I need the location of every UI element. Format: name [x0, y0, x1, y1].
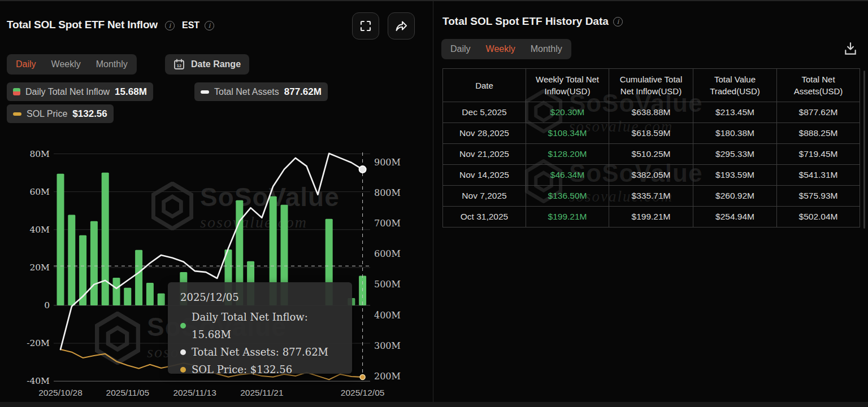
chart-tooltip: 2025/12/05 Daily Total Net Inflow: 15.68… — [168, 282, 352, 374]
cumulative-inflow-cell: $510.25M — [609, 144, 693, 165]
bottom-scrollbar-track[interactable] — [0, 402, 868, 407]
tooltip-series-dot — [180, 323, 186, 329]
table-row[interactable]: Nov 14,2025$46.34M$382.05M$193.59M$541.3… — [443, 165, 860, 186]
inflow-bar — [90, 221, 98, 305]
inflow-bar — [68, 215, 75, 305]
legend-label: SOL Price — [27, 109, 67, 119]
x-axis-tick: 2025/11/05 — [106, 388, 149, 397]
value-traded-cell: $254.94M — [693, 207, 777, 227]
table-row[interactable]: Oct 31,2025$199.21M$199.21M$254.94M$502.… — [443, 207, 860, 227]
table-header-row: DateWeekly Total Net Inflow(USD)Cumulati… — [443, 69, 860, 102]
right-axis-tick: 200M — [374, 371, 401, 382]
cumulative-inflow-cell: $618.59M — [609, 123, 693, 144]
tooltip-series-dot — [180, 367, 186, 373]
right-axis-tick: 300M — [374, 340, 401, 351]
tooltip-date: 2025/12/05 — [180, 291, 340, 303]
inflow-bar — [158, 294, 165, 305]
history-data-title: Total SOL Spot ETF History Data — [442, 15, 609, 28]
left-axis-tick: 60M — [29, 187, 50, 197]
net-assets-endpoint-dot — [359, 166, 366, 173]
tooltip-series-dot — [180, 349, 186, 355]
weekly-inflow-cell: $20.30M — [526, 102, 609, 123]
right-axis-tick: 700M — [374, 218, 401, 229]
left-panel: Total SOL Spot ETF Net Inflow i EST i Da… — [0, 0, 433, 407]
date-cell: Nov 21,2025 — [443, 144, 526, 165]
date-cell: Nov 28,2025 — [443, 123, 526, 144]
inflow-bar — [124, 288, 131, 305]
weekly-inflow-cell: $108.34M — [526, 123, 609, 144]
price-legend-icon — [13, 112, 21, 116]
share-button[interactable] — [388, 12, 415, 40]
tooltip-rows: Daily Total Net Inflow: 15.68MTotal Net … — [180, 308, 340, 378]
legend-value: 877.62M — [284, 86, 322, 98]
table-header-cell: Weekly Total Net Inflow(USD) — [526, 69, 609, 102]
left-axis-tick: -20M — [27, 338, 50, 348]
tab-monthly[interactable]: Monthly — [96, 59, 128, 69]
left-axis-tick: 80M — [29, 149, 50, 159]
tooltip-text: Daily Total Net Inflow: 15.68M — [192, 308, 340, 343]
download-button[interactable] — [843, 41, 858, 60]
history-table: DateWeekly Total Net Inflow(USD)Cumulati… — [442, 68, 860, 227]
tab-monthly[interactable]: Monthly — [531, 44, 562, 54]
x-axis-tick: 2025/10/28 — [38, 388, 83, 397]
weekly-inflow-cell: $128.20M — [526, 144, 609, 165]
inflow-legend-icon — [13, 88, 20, 95]
net-assets-cell: $719.45M — [777, 144, 860, 165]
tooltip-row: SOL Price: $132.56 — [180, 361, 340, 378]
weekly-inflow-cell: $136.50M — [526, 186, 609, 207]
sol-price-endpoint-dot — [360, 374, 365, 379]
table-header-cell: Total Net Assets(USD) — [777, 69, 860, 102]
vertical-scrollbar[interactable] — [863, 71, 865, 229]
cumulative-inflow-cell: $382.05M — [609, 165, 693, 186]
legend-daily-net-inflow[interactable]: Daily Total Net Inflow 15.68M — [7, 82, 153, 101]
value-traded-cell: $260.92M — [693, 186, 777, 207]
date-cell: Nov 14,2025 — [443, 165, 526, 186]
net-assets-cell: $888.25M — [777, 123, 860, 144]
download-icon — [843, 41, 858, 58]
net-assets-cell: $541.31M — [777, 165, 860, 186]
value-traded-cell: $193.59M — [693, 165, 777, 186]
value-traded-cell: $295.33M — [693, 144, 777, 165]
date-range-button[interactable]: 12 Date Range — [165, 54, 249, 75]
tooltip-row: Daily Total Net Inflow: 15.68M — [180, 308, 340, 343]
right-axis-tick: 800M — [374, 187, 401, 198]
date-range-label: Date Range — [191, 59, 241, 69]
table-header-cell: Date — [443, 69, 526, 102]
legend-sol-price[interactable]: SOL Price $132.56 — [7, 104, 114, 123]
x-axis-tick: 2025/11/13 — [173, 388, 216, 397]
table-row[interactable]: Dec 5,2025$20.30M$638.88M$213.45M$877.62… — [443, 102, 860, 123]
fullscreen-button[interactable] — [352, 12, 379, 40]
fullscreen-icon — [360, 20, 371, 32]
inflow-bar — [135, 250, 142, 305]
right-axis-tick: 500M — [374, 279, 401, 290]
tab-weekly[interactable]: Weekly — [51, 59, 81, 69]
weekly-inflow-cell: $199.21M — [526, 207, 609, 227]
calendar-icon: 12 — [173, 59, 185, 70]
svg-text:12: 12 — [177, 63, 181, 68]
history-info-icon[interactable]: i — [613, 17, 623, 27]
legend-label: Total Net Assets — [214, 87, 279, 97]
legend-value: $132.56 — [72, 108, 107, 120]
net-assets-cell: $502.04M — [777, 207, 860, 227]
legend-total-net-assets[interactable]: Total Net Assets 877.62M — [194, 82, 328, 101]
table-row[interactable]: Nov 21,2025$128.20M$510.25M$295.33M$719.… — [443, 144, 860, 165]
net-assets-cell: $877.62M — [777, 102, 860, 123]
tab-weekly[interactable]: Weekly — [486, 44, 515, 54]
left-axis-tick: 0 — [44, 300, 50, 310]
inflow-bar — [79, 235, 86, 305]
table-row[interactable]: Nov 28,2025$108.34M$618.59M$180.38M$888.… — [443, 123, 860, 144]
right-axis-tick: 900M — [374, 157, 401, 168]
x-axis-tick: 2025/12/05 — [341, 388, 385, 397]
net-assets-cell: $575.93M — [777, 186, 860, 207]
table-header-cell: Cumulative Total Net Inflow(USD) — [609, 69, 693, 102]
title-info-icon[interactable]: i — [165, 21, 175, 30]
cumulative-inflow-cell: $638.88M — [609, 102, 693, 123]
tab-daily[interactable]: Daily — [16, 59, 36, 69]
timezone-info-icon[interactable]: i — [205, 21, 214, 30]
tooltip-row: Total Net Assets: 877.62M — [180, 343, 340, 361]
weekly-inflow-cell: $46.34M — [526, 165, 609, 186]
tab-daily[interactable]: Daily — [450, 44, 471, 54]
date-cell: Oct 31,2025 — [443, 207, 526, 227]
page-top-edge — [0, 0, 868, 1]
table-row[interactable]: Nov 7,2025$136.50M$335.71M$260.92M$575.9… — [443, 186, 860, 207]
